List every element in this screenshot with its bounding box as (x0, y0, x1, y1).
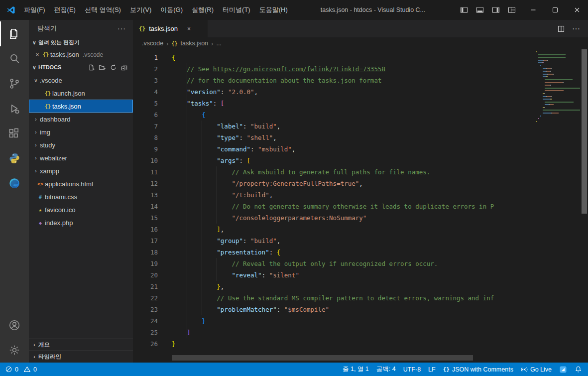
tree-item-xampp[interactable]: ›xampp (29, 164, 133, 177)
minimap-line (536, 62, 580, 63)
minimize-button[interactable] (522, 0, 544, 20)
tree-item-applications.html[interactable]: <>applications.html (29, 177, 133, 190)
open-editor-item-tasks-json[interactable]: × {} tasks.json .vscode (29, 48, 133, 61)
tree-item-launch.json[interactable]: {}launch.json (29, 87, 133, 100)
tree-item-bitnami.css[interactable]: #bitnami.css (29, 190, 133, 203)
go-live-button[interactable]: Go Live (521, 366, 552, 373)
menu-item[interactable]: 이동(G) (156, 0, 187, 20)
minimap-line (536, 79, 580, 80)
horizontal-scrollbar[interactable] (172, 355, 473, 361)
toggle-primary-sidebar-icon[interactable] (458, 3, 470, 16)
workspace-root-header[interactable]: ∨ HTDOCS (29, 61, 133, 74)
chevron-right-icon: › (32, 155, 40, 161)
tree-item-index.php[interactable]: ◆index.php (29, 216, 133, 229)
line-number: 2 (133, 63, 158, 75)
chevron-separator-icon: › (211, 40, 213, 47)
chevron-right-icon: › (32, 129, 40, 135)
split-editor-icon[interactable] (557, 25, 565, 33)
account-icon[interactable] (0, 313, 29, 338)
cursor-position[interactable]: 줄 1, 열 1 (343, 365, 369, 374)
minimap[interactable] (536, 51, 580, 124)
code-line-24[interactable]: 24 } (133, 315, 588, 327)
breadcrumb-symbol[interactable]: ... (216, 40, 221, 47)
run-and-debug-icon[interactable] (0, 96, 29, 121)
breadcrumb-file[interactable]: tasks.json (180, 40, 208, 47)
tree-item-favicon.ico[interactable]: ★favicon.ico (29, 203, 133, 216)
minimap-line (536, 60, 580, 61)
new-file-icon[interactable] (88, 64, 95, 71)
close-button[interactable] (566, 0, 588, 20)
line-number: 24 (133, 315, 158, 327)
indent-guide (217, 166, 217, 224)
tree-item-label: applications.html (45, 180, 93, 188)
more-actions-icon[interactable]: ··· (572, 24, 580, 33)
views-more-actions-icon[interactable]: ··· (118, 24, 126, 32)
tab-tasks-json[interactable]: {} tasks.json × (133, 20, 208, 37)
minimap-line (536, 116, 580, 117)
tree-item-img[interactable]: ›img (29, 125, 133, 138)
new-folder-icon[interactable] (99, 64, 106, 71)
toggle-panel-icon[interactable] (473, 3, 486, 16)
notifications-bell-icon[interactable] (575, 366, 582, 373)
editor-group: {} tasks.json × ··· .vscode › {} tasks.j… (133, 20, 588, 363)
code-line-3[interactable]: 3 // for the documentation about the tas… (133, 75, 588, 86)
open-editor-detail: .vscode (83, 51, 103, 58)
source-control-icon[interactable] (0, 71, 29, 96)
open-editors-header[interactable]: ∨ 열려 있는 편집기 (29, 37, 133, 48)
explorer-icon[interactable] (0, 21, 29, 46)
menu-item[interactable]: 도움말(H) (255, 0, 292, 20)
code-line-6[interactable]: 6 { (133, 109, 588, 121)
tree-item-.vscode[interactable]: ∨.vscode (29, 74, 133, 87)
problems-indicator[interactable]: 0 0 (5, 366, 37, 373)
code-line-1[interactable]: 1{ (133, 52, 588, 63)
timeline-section[interactable]: › 타임라인 (29, 351, 133, 363)
code-editor[interactable]: 1{2 // See https://go.microsoft.com/fwli… (133, 49, 588, 363)
refresh-icon[interactable] (110, 64, 117, 71)
menu-item[interactable]: 선택 영역(S) (80, 0, 125, 20)
menu-item[interactable]: 보기(V) (125, 0, 156, 20)
tree-item-label: index.php (45, 219, 73, 227)
tree-item-study[interactable]: ›study (29, 138, 133, 151)
breadcrumb[interactable]: .vscode › {} tasks.json › ... (133, 37, 588, 49)
window-title: tasks.json - htdocs - Visual Studio C... (292, 6, 454, 13)
vertical-scrollbar[interactable] (582, 49, 587, 214)
breadcrumb-folder[interactable]: .vscode (142, 40, 163, 47)
vscode-logo-icon (0, 5, 19, 14)
tree-item-dashboard[interactable]: ›dashboard (29, 113, 133, 125)
outline-section[interactable]: › 개요 (29, 339, 133, 351)
menu-item[interactable]: 편집(E) (50, 0, 80, 20)
code-line-25[interactable]: 25 ] (133, 327, 588, 338)
edge-browser-icon[interactable] (0, 171, 29, 196)
close-tab-icon[interactable]: × (187, 25, 191, 32)
settings-gear-icon[interactable] (0, 338, 29, 363)
maximize-button[interactable] (544, 0, 566, 20)
tree-item-tasks.json[interactable]: {}tasks.json (29, 100, 133, 113)
code-line-26[interactable]: 26} (133, 338, 588, 350)
chevron-right-icon: › (30, 342, 38, 348)
menu-item[interactable]: 실행(R) (187, 0, 218, 20)
open-editor-label: tasks.json (50, 51, 79, 58)
python-icon[interactable] (0, 146, 29, 171)
customize-layout-icon[interactable] (505, 3, 518, 16)
search-icon[interactable] (0, 46, 29, 71)
line-number: 6 (133, 109, 158, 121)
encoding-setting[interactable]: UTF-8 (403, 366, 421, 373)
close-editor-icon[interactable]: × (33, 51, 41, 58)
eol-setting[interactable]: LF (428, 366, 436, 373)
minimap-line (536, 104, 580, 105)
menu-item[interactable]: 파일(F) (19, 0, 50, 20)
language-mode[interactable]: {} JSON with Comments (443, 366, 513, 373)
code-line-2[interactable]: 2 // See https://go.microsoft.com/fwlink… (133, 63, 588, 75)
status-extension-logo-icon[interactable] (559, 366, 567, 374)
indentation-setting[interactable]: 공백: 4 (376, 365, 396, 374)
code-line-5[interactable]: 5 "tasks": [ (133, 98, 588, 109)
toggle-secondary-sidebar-icon[interactable] (489, 3, 502, 16)
minimap-line (536, 90, 580, 91)
tree-item-webalizer[interactable]: ›webalizer (29, 151, 133, 164)
menu-item[interactable]: 터미널(T) (218, 0, 255, 20)
minimap-line (536, 121, 580, 122)
collapse-folders-icon[interactable] (120, 64, 128, 71)
code-line-4[interactable]: 4 "version": "2.0.0", (133, 86, 588, 98)
tree-item-label: tasks.json (52, 103, 81, 110)
extensions-icon[interactable] (0, 121, 29, 146)
